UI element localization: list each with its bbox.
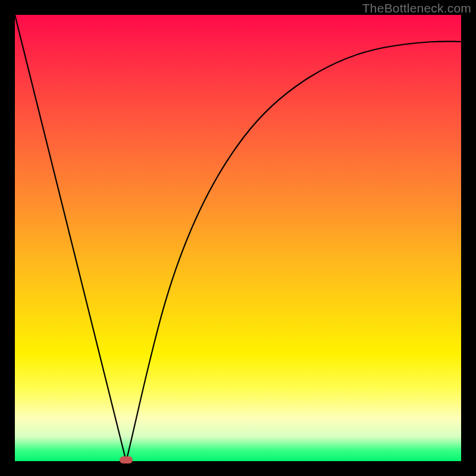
watermark-text: TheBottleneck.com xyxy=(362,1,471,15)
optimal-marker xyxy=(120,456,133,464)
curve-right-branch xyxy=(126,42,461,461)
chart-frame: TheBottleneck.com xyxy=(0,0,476,476)
curve-left-branch xyxy=(15,15,126,461)
plot-area xyxy=(15,15,461,461)
bottleneck-curve xyxy=(15,15,461,461)
